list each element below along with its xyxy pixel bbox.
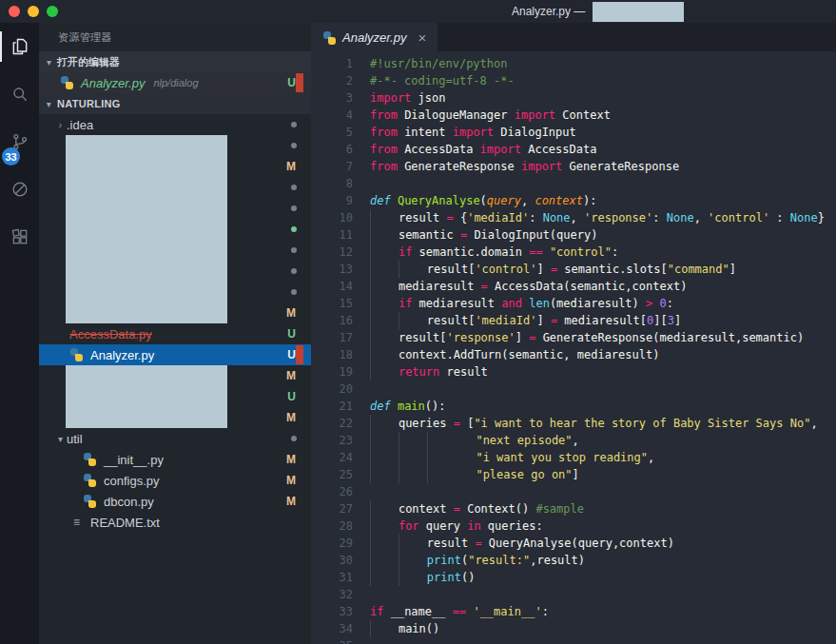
line-number[interactable]: 18: [311, 346, 353, 363]
line-number[interactable]: 10: [311, 209, 353, 226]
line-number[interactable]: 8: [311, 175, 353, 192]
line-number[interactable]: 13: [311, 261, 353, 278]
code-line[interactable]: 25 "please go on"]: [311, 466, 836, 483]
line-number[interactable]: 6: [311, 141, 353, 158]
line-number[interactable]: 9: [311, 192, 353, 209]
line-number[interactable]: 11: [311, 226, 353, 244]
activity-search[interactable]: [0, 70, 39, 118]
code-line[interactable]: 23 "next episode",: [311, 432, 836, 449]
code-line[interactable]: 28 for query in queries:: [311, 517, 836, 535]
code-line[interactable]: 1#!usr/bin/env/python: [311, 55, 836, 72]
git-status-badge: M: [286, 369, 296, 382]
line-number[interactable]: 22: [311, 415, 353, 432]
activity-blocked[interactable]: [0, 166, 39, 213]
code-line[interactable]: 9def QueryAnalyse(query, context):: [311, 192, 836, 209]
line-number[interactable]: 17: [311, 329, 353, 346]
zoom-window-button[interactable]: [47, 6, 58, 17]
code-line[interactable]: 3import json: [311, 89, 836, 107]
line-number[interactable]: 3: [311, 89, 353, 107]
tree-item-util[interactable]: ▾util: [39, 428, 311, 449]
activity-extensions[interactable]: [0, 213, 39, 261]
code-line[interactable]: 19 return result: [311, 363, 836, 381]
code-line[interactable]: 4from DialogueManager import Context: [311, 107, 836, 124]
line-number[interactable]: 32: [311, 586, 353, 603]
code-line[interactable]: 20: [311, 381, 836, 398]
line-number[interactable]: 14: [311, 278, 353, 295]
code-line[interactable]: 6from AccessData import AccessData: [311, 141, 836, 158]
tree-item-redacted: [39, 282, 311, 302]
code-line[interactable]: 2#-*- coding=utf-8 -*-: [311, 72, 836, 89]
line-number[interactable]: 27: [311, 500, 353, 517]
line-number[interactable]: 30: [311, 552, 353, 569]
line-number[interactable]: 24: [311, 449, 353, 466]
code-line[interactable]: 29 result = QueryAnalyse(query,context): [311, 535, 836, 552]
code-text: result = {'mediaId': None, 'response': N…: [370, 209, 825, 226]
line-number[interactable]: 28: [311, 517, 353, 535]
code-line[interactable]: 30 print("result:",result): [311, 552, 836, 569]
line-number[interactable]: 34: [311, 620, 353, 637]
line-number[interactable]: 4: [311, 107, 353, 124]
tree-item-dbcon-py[interactable]: dbcon.pyM: [39, 491, 311, 512]
code-line[interactable]: 22 queries = ["i want to hear the story …: [311, 415, 836, 432]
line-number[interactable]: 35: [311, 637, 353, 644]
line-number[interactable]: 1: [311, 55, 353, 72]
line-number[interactable]: 21: [311, 398, 353, 415]
tree-item-redacted: [39, 177, 311, 198]
code-line[interactable]: 24 "i want you stop reading",: [311, 449, 836, 466]
line-number[interactable]: 15: [311, 295, 353, 312]
workspace-root-header[interactable]: ▾ NATURLING: [39, 93, 311, 114]
code-line[interactable]: 21def main():: [311, 398, 836, 415]
close-window-button[interactable]: [9, 6, 20, 17]
line-number[interactable]: 23: [311, 432, 353, 449]
code-editor[interactable]: 1#!usr/bin/env/python2#-*- coding=utf-8 …: [311, 51, 836, 644]
code-line[interactable]: 31 print(): [311, 569, 836, 586]
tree-item-analyzer-py[interactable]: Analyzer.pyU: [39, 344, 311, 365]
line-number[interactable]: 26: [311, 483, 353, 500]
file-name: dbcon.py: [104, 495, 154, 509]
folder-name: util: [67, 432, 83, 446]
tab-analyzer-py[interactable]: Analyzer.py ×: [311, 23, 437, 51]
code-line[interactable]: 5from intent import DialogInput: [311, 124, 836, 141]
line-number[interactable]: 7: [311, 158, 353, 175]
code-line[interactable]: 33if __name__ == '__main__':: [311, 603, 836, 620]
close-tab-icon[interactable]: ×: [418, 30, 426, 45]
code-line[interactable]: 35: [311, 637, 836, 644]
code-line[interactable]: 13 result['control'] = semantic.slots["c…: [311, 261, 836, 278]
line-number[interactable]: 25: [311, 466, 353, 483]
line-number[interactable]: 33: [311, 603, 353, 620]
tree-item--init-py[interactable]: __init__.pyM: [39, 449, 311, 470]
code-line[interactable]: 11 semantic = DialogInput(query): [311, 226, 836, 244]
code-line[interactable]: 7from GenerateResponse import GenerateRe…: [311, 158, 836, 175]
line-number[interactable]: 20: [311, 381, 353, 398]
code-line[interactable]: 8: [311, 175, 836, 192]
line-number[interactable]: 5: [311, 124, 353, 141]
activity-explorer[interactable]: [0, 23, 39, 70]
tree-item--idea[interactable]: ›.idea: [39, 114, 311, 135]
code-line[interactable]: 10 result = {'mediaId': None, 'response'…: [311, 209, 836, 226]
code-line[interactable]: 26: [311, 483, 836, 500]
code-line[interactable]: 17 result['response'] = GenerateResponse…: [311, 329, 836, 346]
line-number[interactable]: 2: [311, 72, 353, 89]
tree-item-accessdata-py[interactable]: AccessData.pyU: [39, 323, 311, 344]
code-line[interactable]: 34 main(): [311, 620, 836, 637]
tree-item-redacted: [39, 198, 311, 219]
line-number[interactable]: 29: [311, 535, 353, 552]
tree-item-readme-txt[interactable]: ≡README.txt: [39, 512, 311, 533]
minimize-window-button[interactable]: [28, 6, 39, 17]
tree-item-configs-py[interactable]: configs.pyM: [39, 470, 311, 491]
scm-count-badge: 33: [2, 147, 20, 166]
code-line[interactable]: 16 result['mediaId'] = mediaresult[0][3]: [311, 312, 836, 329]
activity-source-control[interactable]: 33: [0, 118, 39, 166]
code-line[interactable]: 12 if semantic.domain == "control":: [311, 244, 836, 261]
code-line[interactable]: 27 context = Context() #sample: [311, 500, 836, 517]
line-number[interactable]: 19: [311, 363, 353, 381]
line-number[interactable]: 31: [311, 569, 353, 586]
open-editors-header[interactable]: ▾ 打开的编辑器: [39, 51, 311, 72]
code-line[interactable]: 15 if mediaresult and len(mediaresult) >…: [311, 295, 836, 312]
code-line[interactable]: 18 context.AddTurn(semantic, mediaresult…: [311, 346, 836, 363]
code-line[interactable]: 32: [311, 586, 836, 603]
line-number[interactable]: 16: [311, 312, 353, 329]
line-number[interactable]: 12: [311, 244, 353, 261]
open-editor-item[interactable]: Analyzer.py nlp/dialog U: [39, 72, 311, 93]
code-line[interactable]: 14 mediaresult = AccessData(semantic,con…: [311, 278, 836, 295]
